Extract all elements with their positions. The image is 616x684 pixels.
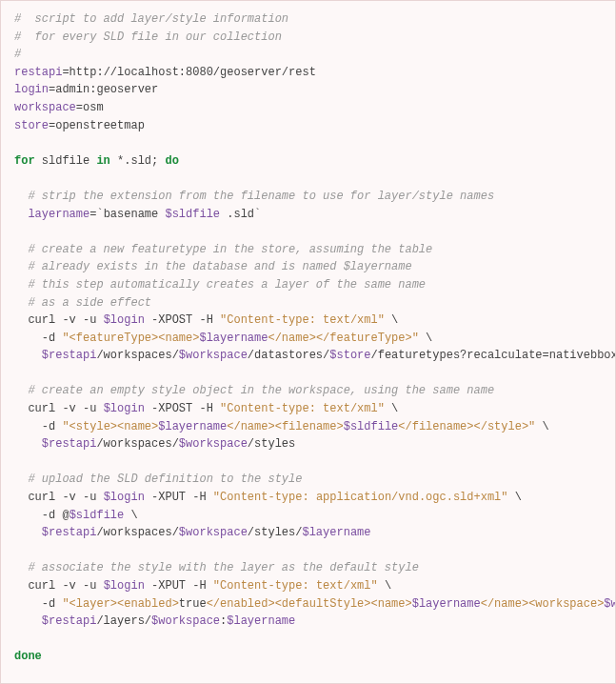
text: -XPOST -H bbox=[145, 313, 220, 327]
text: /featuretypes?recalculate=nativebbox,lat… bbox=[371, 349, 617, 362]
var-ref: $restapi bbox=[42, 614, 97, 628]
text: curl -v -u bbox=[28, 313, 103, 327]
text: sldfile bbox=[35, 154, 97, 168]
text: \ bbox=[385, 313, 398, 327]
comment: # associate the style with the layer as … bbox=[28, 561, 418, 574]
var-ref: $login bbox=[104, 579, 145, 593]
text: =admin:geoserver bbox=[49, 83, 158, 96]
var-ref: $login bbox=[104, 402, 145, 415]
text: /layers/ bbox=[96, 614, 151, 628]
var-store: store bbox=[14, 119, 49, 132]
text: =http://localhost:8080/geoserver/rest bbox=[62, 66, 315, 79]
comment: # strip the extension from the filename … bbox=[28, 190, 494, 203]
text: \ bbox=[124, 509, 137, 522]
comment: # for every SLD file in our collection bbox=[14, 30, 282, 44]
text: \ bbox=[508, 491, 522, 504]
keyword-done: done bbox=[14, 650, 42, 663]
string: "Content-type: application/vnd.ogc.sld+x… bbox=[213, 491, 508, 504]
text: curl -v -u bbox=[28, 491, 103, 504]
text: \ bbox=[419, 332, 432, 345]
comment: # already exists in the database and is … bbox=[28, 260, 411, 273]
var-ref: $layername bbox=[412, 597, 481, 611]
text: curl -v -u bbox=[28, 579, 103, 593]
var-ref: $sldfile bbox=[70, 509, 125, 522]
string: "Content-type: text/xml" bbox=[220, 402, 385, 415]
text: -d bbox=[42, 332, 63, 345]
var-ref: $restapi bbox=[42, 437, 97, 451]
string: "<style><name> bbox=[62, 420, 158, 433]
text: /datastores/ bbox=[248, 349, 329, 362]
string: "<layer><enabled> bbox=[62, 597, 178, 611]
keyword-do: do bbox=[165, 154, 178, 168]
keyword-for: for bbox=[14, 154, 35, 168]
comment: # upload the SLD definition to the style bbox=[28, 473, 302, 486]
var-ref: $layername bbox=[227, 614, 295, 628]
text: \ bbox=[535, 420, 548, 433]
text: true bbox=[179, 597, 207, 611]
code-block[interactable]: # script to add layer/style information … bbox=[0, 0, 616, 684]
text: *.sld; bbox=[110, 154, 166, 168]
var-ref: $store bbox=[329, 349, 370, 362]
string: </name><filename> bbox=[227, 420, 343, 433]
string: </name></featureType>" bbox=[268, 332, 418, 345]
var-ref: $restapi bbox=[42, 349, 97, 362]
text: \ bbox=[385, 402, 398, 415]
text: /workspaces/ bbox=[96, 349, 178, 362]
text: /styles bbox=[248, 437, 295, 451]
comment: # this step automatically creates a laye… bbox=[28, 278, 426, 292]
text: /workspaces/ bbox=[96, 437, 178, 451]
comment: # bbox=[14, 48, 21, 61]
comment: # create an empty style object in the wo… bbox=[28, 384, 494, 397]
var-restapi: restapi bbox=[14, 66, 62, 79]
text: -XPUT -H bbox=[145, 491, 213, 504]
var-ref: $sldfile bbox=[344, 420, 399, 433]
backquote: ` bbox=[96, 208, 103, 221]
comment: # create a new featuretype in the store,… bbox=[28, 243, 432, 256]
string: </enabled><defaultStyle><name> bbox=[207, 597, 412, 611]
text: =openstreetmap bbox=[49, 119, 145, 132]
string: </filename></style>" bbox=[398, 420, 535, 433]
var-ref: $workspace bbox=[604, 597, 616, 611]
var-login: login bbox=[14, 83, 49, 96]
text: -d bbox=[42, 597, 63, 611]
var-ref: $restapi bbox=[42, 526, 97, 539]
text: -XPUT -H bbox=[145, 579, 213, 593]
var-ref: $workspace bbox=[151, 614, 220, 628]
text: -d bbox=[42, 420, 63, 433]
string: "<featureType><name> bbox=[62, 332, 199, 345]
var-ref: $login bbox=[104, 313, 145, 327]
var-ref: $layername bbox=[302, 526, 370, 539]
var-ref: $layername bbox=[199, 332, 268, 345]
var-layername: layername bbox=[28, 208, 89, 221]
string: </name><workspace> bbox=[481, 597, 605, 611]
var-workspace: workspace bbox=[14, 101, 76, 114]
var-ref: $workspace bbox=[179, 349, 248, 362]
text: =osm bbox=[76, 101, 104, 114]
string: "Content-type: text/xml" bbox=[220, 313, 385, 327]
comment: # as a side effect bbox=[28, 296, 151, 310]
backquote: ` bbox=[254, 208, 261, 221]
string: "Content-type: text/xml" bbox=[213, 579, 378, 593]
text: \ bbox=[378, 579, 391, 593]
text: basename bbox=[104, 208, 166, 221]
text: /styles/ bbox=[248, 526, 303, 539]
var-ref: $workspace bbox=[179, 526, 248, 539]
text: curl -v -u bbox=[28, 402, 103, 415]
text: /workspaces/ bbox=[96, 526, 178, 539]
var-ref: $login bbox=[104, 491, 145, 504]
text: .sld bbox=[220, 208, 254, 221]
var-ref: $sldfile bbox=[165, 208, 220, 221]
keyword-in: in bbox=[96, 154, 109, 168]
var-ref: $workspace bbox=[179, 437, 248, 451]
comment: # script to add layer/style information bbox=[14, 12, 288, 26]
var-ref: $layername bbox=[158, 420, 227, 433]
text: -XPOST -H bbox=[145, 402, 220, 415]
text: -d @ bbox=[42, 509, 70, 522]
